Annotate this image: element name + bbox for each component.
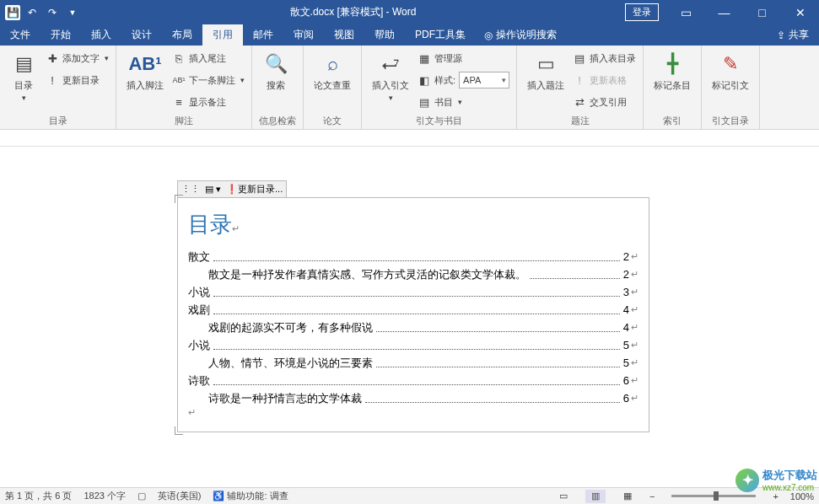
paragraph-mark: ↵: [188, 407, 638, 418]
add-text-icon: ✚: [46, 51, 59, 65]
search-button[interactable]: 🔍 搜索: [259, 49, 293, 94]
toc-leader-dots: [213, 336, 620, 350]
toc-heading[interactable]: 目录↵: [188, 210, 638, 239]
citation-style-select[interactable]: ◧ 样式: APA: [418, 71, 509, 89]
redo-icon[interactable]: ↷: [44, 4, 61, 21]
update-icon: !: [46, 73, 59, 87]
table-figures-icon: ▤: [573, 51, 586, 65]
toc-entry[interactable]: 戏剧4↵: [188, 301, 638, 319]
tab-layout[interactable]: 布局: [162, 24, 202, 46]
group-toc-label: 目录: [7, 113, 109, 127]
minimize-icon[interactable]: —: [705, 6, 743, 19]
toc-entry[interactable]: 小说5↵: [188, 336, 638, 354]
bibliography-button[interactable]: ▤书目▾: [418, 93, 509, 111]
toc-leader-dots: [213, 283, 620, 297]
insert-table-figures-button[interactable]: ▤插入表目录: [573, 49, 636, 67]
toc-entry-text: 小说: [188, 283, 210, 301]
group-toc: ▤ 目录 ▾ ✚添加文字▾ !更新目录 目录: [0, 46, 116, 129]
page-info[interactable]: 第 1 页，共 6 页: [5, 490, 72, 502]
toc-doc-icon[interactable]: ▤ ▾: [205, 184, 221, 195]
maximize-icon[interactable]: □: [743, 6, 781, 19]
update-table-button[interactable]: !更新表格: [573, 71, 636, 89]
ribbon-display-icon[interactable]: ▭: [667, 6, 705, 19]
undo-icon[interactable]: ↶: [24, 4, 40, 21]
zoom-slider[interactable]: [671, 495, 756, 497]
tab-file[interactable]: 文件: [0, 24, 40, 46]
paragraph-mark: ↵: [631, 283, 638, 301]
toc-entry-text: 人物、情节、环境是小说的三要素: [208, 354, 373, 372]
tab-view[interactable]: 视图: [324, 24, 364, 46]
group-captions-label: 题注: [524, 113, 636, 127]
tab-review[interactable]: 审阅: [283, 24, 324, 46]
proofing-icon[interactable]: ▢: [137, 491, 146, 501]
group-proofing: ⌕ 论文查重 论文: [304, 46, 362, 129]
qat-dropdown-icon[interactable]: ▼: [64, 4, 81, 21]
insert-footnote-button[interactable]: AB¹ 插入脚注: [123, 49, 167, 94]
mark-entry-button[interactable]: ╋ 标记条目: [650, 49, 694, 94]
tab-insert[interactable]: 插入: [81, 24, 121, 46]
paragraph-mark: ↵: [631, 354, 638, 372]
login-button[interactable]: 登录: [625, 3, 659, 21]
tell-me-search[interactable]: ◎ 操作说明搜索: [476, 28, 565, 42]
mark-citation-button[interactable]: ✎ 标记引文: [709, 49, 752, 94]
toc-page-number: 5: [623, 336, 629, 354]
toc-button[interactable]: ▤ 目录 ▾: [7, 49, 40, 104]
toc-handle-icon[interactable]: ⋮⋮: [181, 184, 200, 195]
share-button[interactable]: ⇪ 共享: [767, 28, 819, 42]
toc-icon: ▤: [10, 51, 37, 78]
group-research-label: 信息检索: [259, 113, 296, 127]
insert-citation-button[interactable]: ⮐ 插入引文 ▾: [369, 49, 412, 104]
toc-entry[interactable]: 散文是一种抒发作者真情实感、写作方式灵活的记叙类文学体裁。2↵: [188, 265, 638, 283]
toc-entry-text: 诗歌是一种抒情言志的文学体裁: [208, 389, 362, 407]
zoom-level[interactable]: 100%: [790, 491, 814, 501]
toc-page-number: 6: [623, 389, 629, 407]
insert-caption-button[interactable]: ▭ 插入题注: [524, 49, 568, 94]
next-footnote-button[interactable]: AB¹下一条脚注▾: [172, 71, 245, 89]
update-table-icon: !: [573, 73, 586, 87]
toc-entry[interactable]: 小说3↵: [188, 283, 638, 301]
tab-home[interactable]: 开始: [40, 24, 81, 46]
language-status[interactable]: 英语(美国): [158, 490, 201, 502]
tab-design[interactable]: 设计: [121, 24, 162, 46]
toc-entry[interactable]: 散文2↵: [188, 248, 638, 265]
zoom-out-button[interactable]: −: [649, 491, 655, 501]
update-toc-button[interactable]: !更新目录: [46, 71, 109, 89]
horizontal-ruler[interactable]: [0, 130, 819, 147]
accessibility-status[interactable]: ♿ 辅助功能: 调查: [213, 490, 288, 502]
manage-sources-button[interactable]: ▦管理源: [418, 49, 509, 67]
toc-entry[interactable]: 诗歌是一种抒情言志的文学体裁6↵: [188, 389, 638, 407]
status-bar: 第 1 页，共 6 页 1823 个字 ▢ 英语(美国) ♿ 辅助功能: 调查 …: [0, 487, 819, 504]
toc-field[interactable]: 目录↵ 散文2↵散文是一种抒发作者真情实感、写作方式灵活的记叙类文学体裁。2↵小…: [177, 197, 649, 432]
paragraph-mark: ↵: [631, 265, 638, 283]
toc-entry-text: 诗歌: [188, 372, 210, 389]
update-toc-context-button[interactable]: ❗更新目录...: [226, 183, 283, 196]
thesis-check-button[interactable]: ⌕ 论文查重: [310, 49, 354, 94]
zoom-in-button[interactable]: +: [773, 491, 778, 501]
close-icon[interactable]: ✕: [781, 6, 819, 19]
toc-leader-dots: [213, 248, 620, 261]
toc-entry[interactable]: 戏剧的起源实不可考，有多种假说4↵: [188, 319, 638, 336]
save-icon[interactable]: 💾: [5, 5, 20, 20]
read-mode-icon[interactable]: ▭: [553, 490, 574, 503]
print-layout-icon[interactable]: ▥: [585, 490, 606, 503]
show-notes-icon: ≡: [172, 95, 186, 109]
toc-page-number: 2: [623, 265, 629, 283]
toc-entry-text: 散文: [188, 248, 210, 265]
tab-references[interactable]: 引用: [202, 24, 243, 46]
show-notes-button[interactable]: ≡显示备注: [172, 93, 245, 111]
toc-entry[interactable]: 人物、情节、环境是小说的三要素5↵: [188, 354, 638, 372]
endnote-icon: ⎘: [172, 51, 186, 65]
add-text-button[interactable]: ✚添加文字▾: [46, 49, 109, 67]
insert-endnote-button[interactable]: ⎘插入尾注: [172, 49, 245, 67]
tab-pdf-tools[interactable]: PDF工具集: [405, 24, 476, 46]
tab-mailings[interactable]: 邮件: [243, 24, 283, 46]
tab-help[interactable]: 帮助: [364, 24, 405, 46]
document-area[interactable]: ⋮⋮ ▤ ▾ ❗更新目录... 目录↵ 散文2↵散文是一种抒发作者真情实感、写作…: [0, 147, 819, 487]
cross-reference-button[interactable]: ⇄交叉引用: [573, 93, 636, 111]
word-count[interactable]: 1823 个字: [84, 490, 126, 502]
web-layout-icon[interactable]: ▦: [617, 490, 638, 503]
toc-page-number: 2: [623, 248, 629, 265]
toc-entry[interactable]: 诗歌6↵: [188, 372, 638, 389]
group-authorities: ✎ 标记引文 引文目录: [702, 46, 760, 129]
toc-entry-text: 戏剧的起源实不可考，有多种假说: [208, 319, 373, 336]
